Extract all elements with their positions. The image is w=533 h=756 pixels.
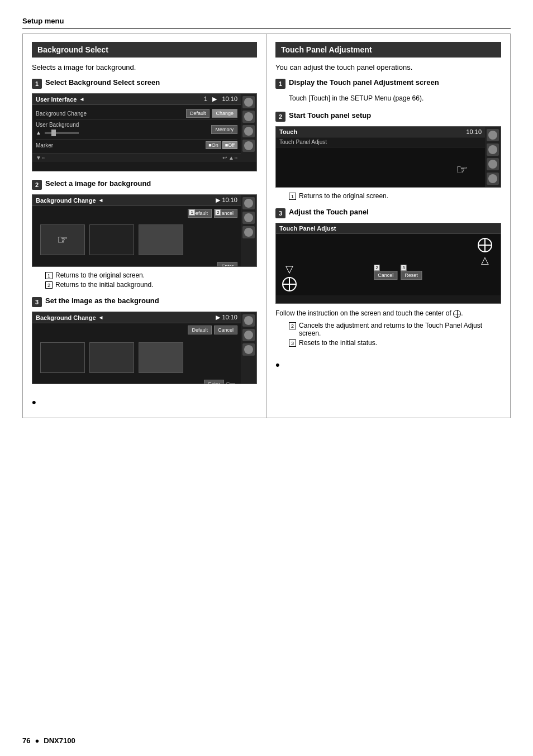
right-step-2-title: Start Touch panel setup	[289, 111, 371, 121]
ui-screen-mockup: User Interface ◄ 1 ▶ 10:10 Background Ch…	[32, 93, 257, 171]
follow-inst-text: Follow the instruction on the screen and…	[275, 308, 501, 318]
col-left: Background Select Selects a image for ba…	[23, 34, 266, 418]
screen-bar: User Interface ◄ 1 ▶ 10:10	[32, 94, 241, 105]
page-num: 76	[22, 736, 30, 745]
side-icon-touch-4	[487, 173, 499, 185]
bg-screen-icons	[241, 195, 256, 267]
note-item-2: 2 Returns to the initial background.	[45, 281, 257, 289]
right-step-3-title: Adjust the Touch panel	[289, 208, 369, 217]
crosshair-top-icon	[477, 237, 493, 253]
model-name: DNX7100	[44, 736, 75, 745]
bg2-screen-icons	[241, 312, 256, 384]
bg-thumb-1[interactable]: ☞	[40, 224, 85, 255]
side-icon-bg-2	[242, 212, 255, 224]
crosshair-bottom-icon	[282, 276, 297, 292]
cancel-reset-group: 2 Cancel 3 Reset	[374, 270, 422, 279]
touch-note-1: 1 Returns to the original screen.	[289, 192, 501, 200]
page-footer: 76 ● DNX7100	[22, 736, 75, 745]
right-step-num-2: 2	[275, 112, 285, 122]
side-icon-3	[242, 125, 255, 137]
side-icon-bg-3	[242, 226, 255, 238]
screen-body: Background Change Default Change	[32, 105, 241, 153]
arrow-down: ▽	[285, 264, 293, 274]
screen-title: User Interface	[36, 96, 77, 103]
bg-thumb-step3-1[interactable]	[40, 342, 85, 373]
note-item-1: 1 Returns to the original screen.	[45, 271, 257, 279]
right-bullet: •	[275, 358, 280, 372]
memory-btn[interactable]: Memory	[211, 125, 237, 134]
change-btn[interactable]: Change	[212, 109, 237, 118]
side-icon-bg-1	[242, 197, 255, 209]
bg-thumb-2[interactable]	[89, 224, 134, 255]
touch-adj-note-2: 2 Cancels the adjustment and returns to …	[289, 322, 501, 337]
right-step-3-heading: 3 Adjust the Touch panel	[275, 208, 501, 218]
arrow-up: △	[481, 255, 489, 265]
bg-thumb-3[interactable]	[139, 224, 183, 255]
off-btn[interactable]: ■Off	[222, 141, 237, 149]
ui-row-user-bg: User Background ▲ Memory	[36, 120, 237, 140]
touch-panel-adjust-item[interactable]: Touch Panel Adjust	[276, 137, 485, 147]
enter-btn-2[interactable]: Enter	[204, 380, 224, 384]
left-step-3: 3 Set the image as the background Backgr…	[32, 296, 257, 384]
right-step-3: 3 Adjust the Touch panel Touch Panel Adj…	[275, 208, 501, 347]
bg-screen-main: Background Change ◄ ▶ 10:10 Default 1	[32, 195, 241, 267]
bg2-screen-main: Background Change ◄ ▶ 10:10 Default Canc…	[32, 312, 241, 384]
touch-step2-notes: 1 Returns to the original screen.	[289, 192, 501, 200]
side-icon-touch-3	[487, 158, 499, 170]
hand-icon-enter: ☞	[225, 379, 236, 384]
step2-notes: 1 Returns to the original screen. 2 Retu…	[45, 271, 257, 289]
page-header: Setup menu	[22, 17, 511, 29]
bg-thumbnails: ☞	[36, 219, 237, 261]
bg-thumb-step3-2[interactable]	[89, 342, 134, 373]
right-step-1-heading: 1 Display the Touch panel Adjustment scr…	[275, 78, 501, 89]
bg2-screen-with-icons: Background Change ◄ ▶ 10:10 Default Canc…	[32, 312, 256, 384]
touch-reset-btn[interactable]: Reset	[401, 271, 422, 280]
right-step-2-heading: 2 Start Touch panel setup	[275, 111, 501, 122]
screen-arrow: ◄	[79, 96, 84, 102]
left-step-1: 1 Select Background Select screen User I…	[32, 78, 257, 171]
touch-screen-with-icons: Touch 10:10 Touch Panel Adjust ☞	[276, 127, 501, 188]
enter-btn-1[interactable]: Enter	[217, 262, 237, 267]
side-icon-4	[242, 140, 255, 152]
right-step-1-desc: Touch [Touch] in the SETUP Menu (page 66…	[289, 93, 501, 103]
col-right: Touch Panel Adjustment You can adjust th…	[266, 34, 510, 418]
step-num-2: 2	[32, 180, 42, 190]
side-icon-2	[242, 111, 255, 123]
left-section-header: Background Select	[32, 42, 257, 58]
header-text: Setup menu	[22, 17, 64, 25]
ui-row-marker: Marker ■On ■Off	[36, 140, 237, 151]
touch-cancel-btn[interactable]: Cancel	[374, 271, 397, 280]
right-section-intro: You can adjust the touch panel operation…	[275, 63, 501, 71]
touch-screen-main: Touch 10:10 Touch Panel Adjust ☞	[276, 127, 485, 188]
touch-screen-icons	[485, 127, 501, 188]
cancel-btn-2[interactable]: Cancel	[214, 326, 237, 334]
bg-screen-bar: Background Change ◄ ▶ 10:10	[32, 195, 241, 206]
left-step-2-heading: 2 Select a image for background	[32, 179, 257, 190]
bg-screen-mockup-1: Background Change ◄ ▶ 10:10 Default 1	[32, 194, 257, 267]
touch-adj-note-3: 3 Resets to the initial status.	[289, 339, 501, 347]
ui-row-bg-change: Background Change Default Change	[36, 107, 237, 120]
slider-thumb	[51, 130, 56, 136]
default-btn-3[interactable]: Default	[188, 326, 212, 334]
left-step-3-title: Set the image as the background	[45, 296, 159, 306]
screen-main-area: User Interface ◄ 1 ▶ 10:10 Background Ch…	[32, 94, 241, 162]
bg-screen-title: Background Change	[36, 197, 96, 204]
left-bullet: •	[32, 395, 36, 409]
bg-thumb-step3-3[interactable]	[139, 342, 183, 373]
on-btn[interactable]: ■On	[206, 141, 221, 149]
right-step-1: 1 Display the Touch panel Adjustment scr…	[275, 78, 501, 103]
side-icon-touch-2	[487, 143, 499, 156]
right-step-2: 2 Start Touch panel setup Touch 10:10	[275, 111, 501, 200]
touch-adj-screen-mockup: Touch Panel Adjust △	[275, 223, 501, 304]
two-col-layout: Background Select Selects a image for ba…	[22, 34, 511, 418]
bullet-dot: ●	[35, 736, 39, 745]
touch-adj-content: △ ▽	[276, 234, 501, 295]
slider-track	[45, 132, 79, 134]
default-btn[interactable]: Default	[186, 109, 210, 118]
touch-adj-bar: Touch Panel Adjust	[276, 223, 501, 234]
screen-with-icons: User Interface ◄ 1 ▶ 10:10 Background Ch…	[32, 94, 256, 162]
right-section-header: Touch Panel Adjustment	[275, 42, 501, 58]
touch-hand-icon: ☞	[456, 162, 468, 178]
left-step-2: 2 Select a image for background Backgrou…	[32, 179, 257, 289]
right-step-num-1: 1	[275, 79, 285, 89]
